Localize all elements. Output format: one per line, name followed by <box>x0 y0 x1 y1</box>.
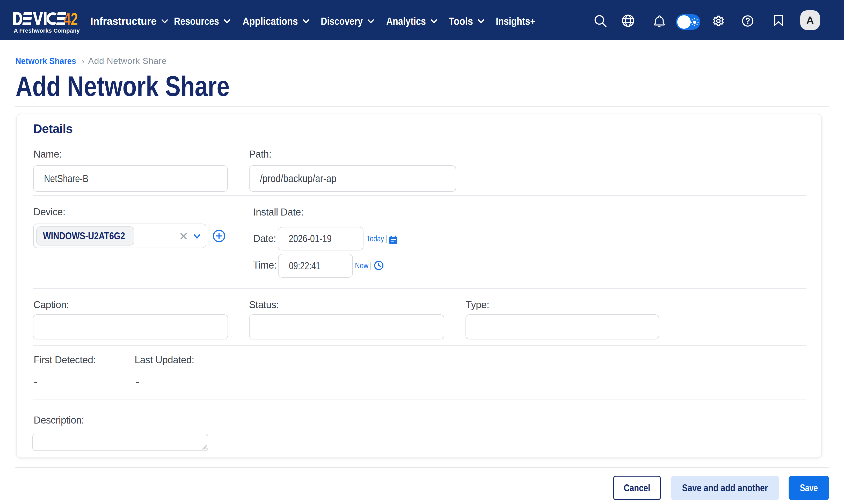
svg-text:42: 42 <box>64 12 78 25</box>
